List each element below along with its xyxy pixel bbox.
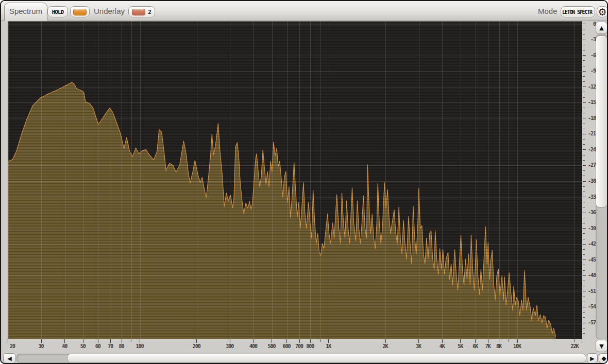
freq-tick	[299, 339, 300, 343]
db-tick	[583, 239, 585, 239]
db-tick	[583, 92, 585, 92]
horizontal-scrollbar-thumb[interactable]	[67, 354, 586, 363]
freq-minor-tick	[320, 339, 320, 342]
db-tick	[583, 312, 585, 313]
spectrum-color-swatch	[73, 9, 87, 15]
tab-spectrum-label: Spectrum	[9, 7, 42, 15]
db-tick-label: -12	[585, 84, 596, 90]
freq-tick-label: 400	[249, 343, 257, 349]
mode-label: Mode	[538, 7, 558, 15]
tab-spectrum[interactable]: Spectrum	[4, 3, 47, 21]
freq-tick	[8, 339, 8, 343]
freq-tick	[310, 339, 311, 343]
freq-tick-label: 6K	[472, 343, 478, 349]
freq-tick-label: 30	[38, 343, 43, 349]
db-tick-label: -27	[585, 162, 596, 168]
db-tick	[583, 297, 585, 297]
scroll-down-button[interactable]: ▼	[596, 340, 607, 352]
freq-tick-label: 50	[80, 343, 86, 349]
horizontal-scrollbar: ◀ ▶ ◆	[3, 353, 608, 363]
db-tick	[583, 45, 585, 45]
top-toolbar: Spectrum HOLD Underlay 2 Mode LETON SPEC…	[1, 1, 607, 21]
db-tick	[583, 281, 585, 281]
scroll-left-button[interactable]: ◀	[3, 353, 16, 363]
mode-select-value: LETON SPECTR	[562, 9, 592, 15]
db-tick	[583, 129, 585, 129]
db-tick	[583, 254, 585, 255]
freq-tick	[582, 339, 582, 343]
db-tick-label: -36	[585, 210, 596, 215]
corner-resize-button[interactable]: ◆	[599, 353, 608, 363]
freq-tick-label: 80	[119, 343, 124, 349]
arrow-left-icon: ◀	[7, 355, 11, 362]
db-tick	[583, 144, 585, 145]
db-tick-label: -33	[585, 194, 596, 200]
freq-tick-label: 700	[295, 343, 303, 349]
freq-tick	[196, 339, 197, 343]
scroll-up-button[interactable]: ▲	[596, 22, 607, 34]
db-tick-label: -15	[585, 99, 596, 105]
db-tick-label: -30	[585, 178, 596, 184]
arrow-down-icon: ▼	[599, 343, 603, 350]
db-tick-label: -48	[585, 272, 596, 278]
spectrum-color-button[interactable]	[70, 6, 90, 18]
underlay-color-swatch	[132, 9, 145, 15]
mode-select[interactable]: LETON SPECTR	[561, 6, 595, 18]
freq-minor-tick	[574, 339, 575, 342]
db-tick	[583, 286, 585, 286]
freq-tick	[460, 339, 461, 343]
freq-tick-label: 60	[95, 343, 100, 349]
frequency-axis: 203040506070801002003004005006007008001K…	[8, 339, 585, 352]
db-tick	[583, 139, 585, 140]
freq-tick-label: 1K	[326, 343, 331, 349]
db-tick	[583, 34, 585, 34]
db-tick-label: -45	[585, 257, 596, 263]
freq-tick-label: 8K	[496, 343, 501, 349]
db-tick-label: 0	[585, 21, 596, 27]
db-tick-label: -57	[585, 320, 596, 325]
freq-tick	[272, 339, 272, 343]
db-tick	[583, 270, 585, 271]
db-tick	[583, 108, 585, 108]
db-tick	[583, 186, 585, 187]
arrow-up-icon: ▲	[599, 25, 603, 31]
freq-tick	[385, 339, 386, 343]
db-tick	[583, 76, 585, 77]
arrow-right-icon: ▶	[590, 355, 594, 362]
freq-tick-label: 3K	[416, 343, 421, 349]
db-tick	[583, 160, 585, 161]
freq-tick	[499, 339, 499, 343]
freq-tick-label: 500	[267, 343, 275, 349]
db-tick-label: -54	[585, 304, 596, 309]
db-tick	[583, 81, 585, 82]
freq-tick-label: 40	[62, 343, 67, 349]
db-tick	[583, 302, 585, 302]
freq-tick	[475, 339, 476, 343]
settings-button[interactable]: ⚙	[597, 6, 608, 18]
db-tick-label: -18	[585, 115, 596, 121]
freq-tick	[140, 339, 140, 343]
freq-tick-label: 70	[108, 343, 113, 349]
hold-button[interactable]: HOLD	[47, 6, 68, 18]
freq-tick-label: 5K	[458, 343, 463, 349]
db-tick	[583, 223, 585, 223]
spectrum-display[interactable]	[8, 21, 582, 339]
vertical-scrollbar-thumb[interactable]	[596, 36, 607, 207]
freq-tick	[286, 339, 287, 343]
freq-tick	[122, 339, 122, 343]
db-tick-label: -51	[585, 288, 596, 294]
underlay-button[interactable]: 2	[128, 6, 155, 18]
gear-icon: ⚙	[598, 7, 606, 17]
freq-tick-label: 200	[193, 343, 200, 349]
db-tick	[583, 328, 585, 328]
freq-tick	[254, 339, 254, 343]
db-tick	[583, 170, 585, 171]
db-tick	[583, 265, 585, 265]
scroll-right-button[interactable]: ▶	[587, 353, 598, 363]
freq-tick-label: 10K	[513, 343, 521, 349]
spectrum-analyzer-window: Spectrum HOLD Underlay 2 Mode LETON SPEC…	[0, 0, 608, 364]
db-tick-label: -39	[585, 226, 596, 231]
freq-tick-label: 800	[306, 343, 314, 349]
freq-tick	[83, 339, 83, 343]
db-tick	[583, 192, 585, 192]
